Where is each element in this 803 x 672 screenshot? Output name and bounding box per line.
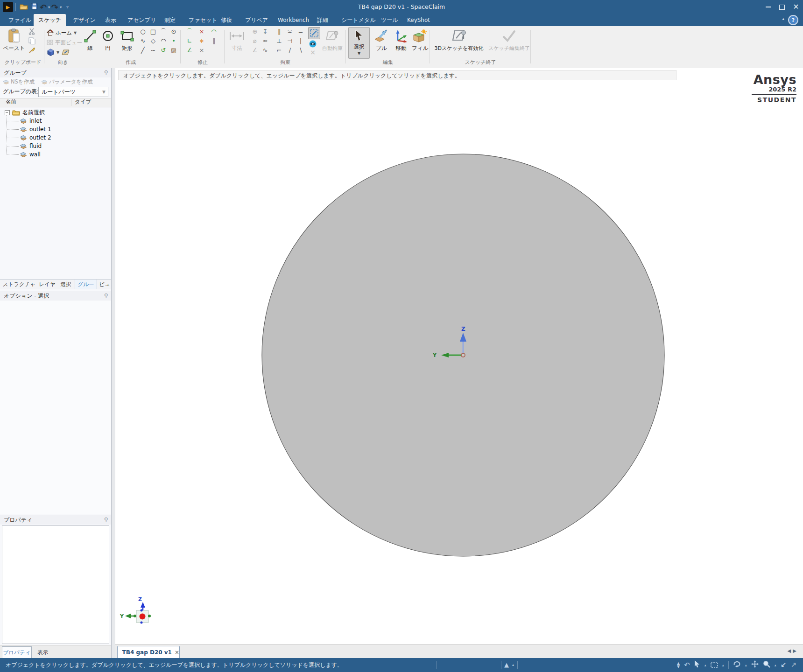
document-close-icon[interactable]: ×: [175, 649, 179, 656]
create-parameter-button[interactable]: パラメータを作成: [41, 78, 92, 87]
equal-icon[interactable]: =: [296, 28, 305, 36]
tab-tools[interactable]: ツール: [376, 14, 403, 26]
spline-icon[interactable]: ∿: [138, 37, 148, 45]
tab-sketch[interactable]: スケッチ: [34, 14, 66, 26]
auto-constraint-button[interactable]: 自動拘束: [320, 27, 345, 52]
rectangle-tool-button[interactable]: 矩形: [118, 27, 136, 52]
tree-item-outlet2[interactable]: outlet 2: [20, 133, 51, 142]
sweep-arc-icon[interactable]: ↺: [159, 46, 168, 55]
tab-keyshot[interactable]: KeyShot: [402, 14, 435, 26]
copy-icon[interactable]: [27, 37, 36, 46]
modeling-canvas[interactable]: Z Y オブジェクトをクリックします。ダブルクリックして、エッジループを選択しま…: [115, 68, 803, 658]
cube-3d-icon[interactable]: [47, 49, 55, 56]
minimize-button[interactable]: [761, 0, 775, 14]
fillet-icon[interactable]: ⌒: [185, 28, 194, 36]
plan-view-button[interactable]: 平面ビュー: [47, 38, 82, 47]
zoom-out-arrow-icon[interactable]: ↗: [790, 658, 796, 672]
pan-view-icon[interactable]: [751, 660, 759, 670]
construction-line-icon[interactable]: ╱: [138, 46, 148, 55]
home-view-button[interactable]: ホーム ▼: [47, 28, 77, 37]
select-cursor-tool-icon[interactable]: [694, 660, 700, 670]
construction-circle-icon[interactable]: ⊙: [169, 28, 178, 36]
project-to-sketch-icon[interactable]: ▨: [169, 46, 178, 55]
corner-icon[interactable]: ∟: [185, 37, 194, 45]
close-curve-icon[interactable]: ◠: [209, 28, 218, 36]
document-tab[interactable]: TB4 gap D20 v1 ×: [117, 646, 180, 658]
three-point-arc-icon[interactable]: ◠: [159, 37, 168, 45]
tab-display[interactable]: 表示: [33, 646, 53, 658]
tree-item-wall[interactable]: wall: [20, 150, 41, 159]
sketch-mode-sheet-icon[interactable]: [62, 49, 70, 56]
tab-display[interactable]: 表示: [100, 14, 121, 26]
line-tool-button[interactable]: 線: [82, 27, 98, 52]
dimension-button[interactable]: 寸法: [226, 27, 247, 52]
tree-item-inlet[interactable]: inlet: [20, 117, 42, 125]
tree-collapse-box[interactable]: [5, 110, 10, 115]
close-button[interactable]: ✕: [789, 0, 803, 14]
paste-button[interactable]: ペースト: [3, 27, 25, 52]
select-undo-icon[interactable]: ↶: [684, 658, 690, 672]
view-orientation-triad[interactable]: Z Y: [119, 594, 158, 627]
show-constraints-toggle[interactable]: [308, 27, 320, 39]
ground-icon[interactable]: ⌀: [250, 37, 260, 45]
ellipse-icon[interactable]: ○: [138, 28, 148, 36]
pull-button[interactable]: プル: [373, 27, 390, 52]
mirror-constraint-icon[interactable]: ∿: [261, 46, 270, 55]
cut-scissors-icon[interactable]: [27, 28, 36, 36]
bend-icon[interactable]: ∠: [185, 46, 194, 55]
select-button[interactable]: 選択 ▼: [348, 27, 370, 59]
tree-item-fluid[interactable]: fluid: [20, 142, 42, 150]
polygon-icon[interactable]: □: [148, 28, 158, 36]
rotate-view-icon[interactable]: [733, 660, 741, 670]
point-icon[interactable]: •: [169, 37, 178, 45]
tab-structure[interactable]: ストラクチャ_: [1, 280, 37, 289]
curvature-icon[interactable]: ∠: [250, 46, 260, 55]
tab-prepare[interactable]: プリペア: [240, 14, 273, 26]
concentric-icon[interactable]: ≍: [285, 28, 295, 36]
cube-dropdown-icon[interactable]: ▼: [56, 50, 59, 55]
tab-design[interactable]: デザイン: [68, 14, 100, 26]
tab-detail[interactable]: 詳細: [312, 14, 333, 26]
move-button[interactable]: 移動: [392, 27, 410, 52]
tab-selection[interactable]: 選択: [57, 280, 75, 289]
fill-button[interactable]: フィル: [412, 27, 428, 52]
tangent-arc-icon[interactable]: ⌒: [159, 28, 168, 36]
zoom-in-arrow-icon[interactable]: ↙: [781, 658, 787, 672]
zoom-dropdown-icon[interactable]: ▴: [775, 663, 776, 667]
circle-tool-button[interactable]: 円: [100, 27, 116, 52]
pin-icon[interactable]: ⚲: [104, 70, 108, 76]
ellipse-axis-icon[interactable]: ◇: [148, 37, 158, 45]
tree-root-row[interactable]: 名前選択: [12, 108, 45, 117]
fix-icon[interactable]: ∖: [296, 46, 305, 55]
snap-icon[interactable]: ⊕: [250, 28, 260, 36]
tab-groups[interactable]: グループ: [75, 280, 97, 289]
spin-updown-icon[interactable]: ▲▼: [677, 662, 680, 668]
tab-views[interactable]: ビュー: [97, 280, 112, 289]
delete-curve-icon[interactable]: ×: [197, 46, 206, 55]
rotate-dropdown-icon[interactable]: ▴: [745, 663, 747, 667]
tab-nav-arrows[interactable]: ◀▶: [788, 648, 798, 653]
tab-workbench[interactable]: Workbench: [273, 14, 314, 26]
equal-distance-icon[interactable]: ≈: [261, 37, 270, 45]
group-display-dropdown[interactable]: ルートパーツ ▼: [38, 87, 108, 97]
parallel-icon[interactable]: ∥: [275, 28, 284, 36]
split-curve-icon[interactable]: ∗: [197, 37, 206, 45]
pin-constraint-icon[interactable]: ↧: [261, 28, 270, 36]
midpoint-icon[interactable]: ⊣: [285, 37, 295, 45]
show-hide-eye-icon[interactable]: [308, 40, 317, 49]
create-ns-button[interactable]: NSを作成: [3, 78, 35, 87]
curve-icon[interactable]: ~: [148, 46, 158, 55]
end-sketch-edit-button[interactable]: スケッチ編集終了: [488, 27, 529, 52]
tree-item-outlet1[interactable]: outlet 1: [20, 125, 51, 133]
tab-assembly[interactable]: アセンブリ: [123, 14, 161, 26]
enable-3d-sketch-button[interactable]: 3Dスケッチを有効化: [431, 27, 486, 52]
tab-properties[interactable]: プロパティ: [2, 646, 32, 658]
offset-curve-icon[interactable]: ∥: [209, 37, 218, 45]
box-select-icon[interactable]: [711, 661, 718, 670]
view-angle-icon[interactable]: ▲: [504, 658, 509, 672]
select-dropdown-icon[interactable]: ▴: [704, 663, 706, 667]
view-angle-dropdown-icon[interactable]: ▴: [512, 663, 514, 667]
collapse-ribbon-icon[interactable]: ▴: [782, 16, 784, 21]
maximize-button[interactable]: [775, 0, 789, 14]
zoom-view-icon[interactable]: [763, 660, 770, 670]
